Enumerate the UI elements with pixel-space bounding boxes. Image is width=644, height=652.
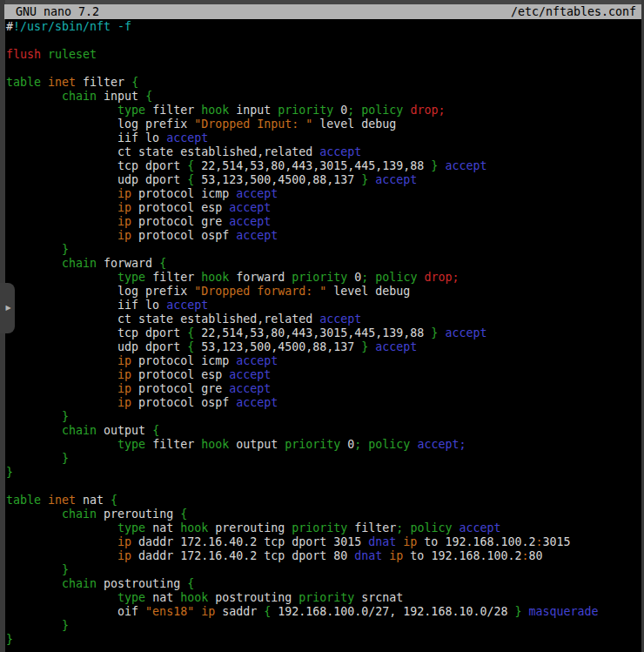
code-segment: type (117, 438, 145, 451)
code-segment: protocol esp (131, 368, 229, 381)
code-segment (41, 48, 48, 61)
code-segment: accept (229, 201, 271, 214)
code-segment: ct state established,related (6, 145, 319, 158)
code-segment (6, 354, 117, 367)
code-segment (6, 396, 117, 409)
code-segment (6, 243, 62, 256)
code-segment: protocol esp (131, 201, 229, 214)
code-segment: prerouting (97, 507, 180, 521)
code-segment: input (229, 104, 278, 117)
code-segment: accept (229, 215, 271, 228)
code-line: type filter hook input priority 0; polic… (6, 104, 644, 118)
code-segment: 22,514,53,80,443,3015,445,139,88 (194, 326, 431, 339)
code-line: type filter hook output priority 0; poli… (6, 438, 644, 452)
code-segment: type (117, 104, 145, 117)
code-segment: accept (445, 326, 486, 339)
code-segment (6, 410, 62, 423)
code-line: ip protocol icmp accept (6, 354, 644, 368)
code-segment (6, 577, 62, 590)
code-line: ct state established,related accept (6, 145, 644, 159)
code-segment: accept (375, 340, 417, 353)
code-segment (6, 271, 117, 284)
code-segment: } (6, 633, 13, 646)
code-line: } (6, 619, 644, 633)
code-segment: type (117, 521, 145, 534)
code-line: ip protocol esp accept (6, 201, 644, 215)
code-segment: chain (62, 577, 97, 590)
sidebar-flyout-handle[interactable]: ▶ (0, 283, 15, 333)
code-segment: "Dropped forward: " (194, 285, 326, 298)
code-line: } (6, 466, 644, 480)
code-segment: prerouting (208, 521, 292, 534)
code-line: oif "ens18" ip saddr { 192.168.100.0/27,… (6, 605, 644, 619)
code-segment (6, 104, 117, 117)
code-segment: } (62, 243, 69, 256)
code-segment: protocol gre (131, 382, 229, 395)
code-segment: level debug (312, 118, 396, 131)
code-segment: accept (229, 368, 271, 381)
code-segment: ip (117, 368, 131, 381)
code-segment: policy (368, 438, 410, 451)
code-segment: 3015 (542, 535, 570, 548)
code-segment (41, 494, 48, 507)
code-line: } (6, 633, 644, 647)
code-line: log prefix "Dropped Input: " level debug (6, 118, 644, 131)
code-segment: filter (145, 271, 201, 284)
code-line: table inet nat { (6, 494, 644, 507)
chevron-right-icon: ▶ (5, 305, 10, 312)
code-line: udp dport { 53,123,500,4500,88,137 } acc… (6, 173, 644, 187)
code-line: ip protocol icmp accept (6, 187, 644, 201)
code-segment: # (6, 20, 13, 33)
code-segment: ip (389, 549, 403, 562)
code-line: ip daddr 172.16.40.2 tcp dport 80 dnat i… (6, 549, 644, 563)
code-segment: hook (201, 104, 229, 117)
code-segment: protocol icmp (131, 354, 236, 367)
code-segment (6, 187, 117, 200)
code-segment: dnat (368, 535, 396, 548)
code-segment (194, 605, 201, 618)
code-segment: } (6, 466, 13, 479)
code-segment: postrouting (208, 591, 299, 604)
code-segment: drop; (424, 271, 459, 284)
code-segment: iif lo (6, 299, 166, 312)
code-segment: { (152, 424, 159, 437)
code-segment (6, 591, 117, 604)
code-segment: srcnat (354, 591, 403, 604)
code-segment: { (159, 257, 166, 270)
code-segment: accept (236, 229, 278, 242)
code-line: type nat hook prerouting priority filter… (6, 521, 644, 535)
code-segment: oif (6, 605, 145, 618)
code-segment: ip (117, 215, 131, 228)
code-segment: priority (292, 271, 347, 284)
editor-content[interactable]: #!/usr/sbin/nft -f flush ruleset table i… (5, 20, 644, 652)
code-segment: level debug (326, 285, 410, 298)
code-segment: { (131, 76, 138, 89)
code-segment (6, 382, 117, 395)
code-segment: "Dropped Input: " (194, 118, 312, 131)
code-line: chain postrouting { (6, 577, 644, 591)
code-segment: forward (229, 271, 292, 284)
code-segment: accept (229, 382, 271, 395)
code-segment: } (62, 619, 69, 632)
code-segment: inet (48, 76, 76, 89)
code-segment: ct state established,related (6, 313, 319, 326)
code-segment: flush (6, 48, 41, 61)
code-segment: nat (76, 494, 111, 507)
code-segment: 53,123,500,4500,88,137 (194, 173, 361, 186)
code-segment: hook (180, 521, 208, 534)
code-segment: protocol gre (131, 215, 229, 228)
code-segment: } (62, 452, 69, 465)
code-segment: { (180, 507, 187, 521)
code-line: chain input { (6, 90, 644, 104)
code-segment: udp dport (6, 173, 187, 186)
code-segment: protocol icmp (131, 187, 236, 200)
code-segment: daddr 172.16.40.2 tcp dport 3015 (131, 535, 368, 548)
code-line: chain forward { (6, 257, 644, 271)
code-segment (6, 215, 117, 228)
code-segment: { (187, 340, 194, 353)
code-line: #!/usr/sbin/nft -f (6, 20, 644, 34)
code-segment: ip (117, 187, 131, 200)
code-segment: to 192.168.100.2 (417, 535, 535, 548)
code-segment: hook (201, 271, 229, 284)
code-segment: priority (299, 591, 354, 604)
